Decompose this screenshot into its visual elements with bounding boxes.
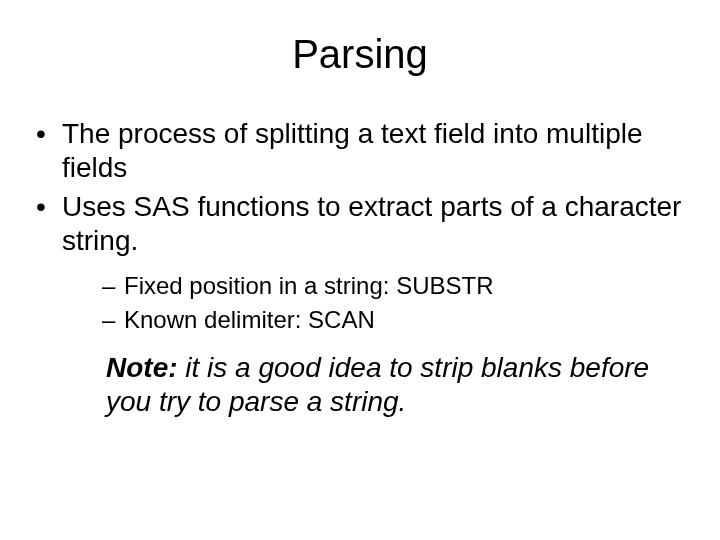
sub-bullet-list: Fixed position in a string: SUBSTR Known… [62,271,684,335]
bullet-list: The process of splitting a text field in… [36,117,684,419]
note-label: Note: [106,352,178,383]
sub-bullet-item: Known delimiter: SCAN [102,305,684,335]
bullet-text: Uses SAS functions to extract parts of a… [62,191,681,256]
note-text: it is a good idea to strip blanks before… [106,352,649,417]
bullet-item: The process of splitting a text field in… [36,117,684,184]
bullet-item: Uses SAS functions to extract parts of a… [36,190,684,418]
slide: Parsing The process of splitting a text … [0,0,720,540]
note-paragraph: Note: it is a good idea to strip blanks … [62,351,684,418]
sub-bullet-item: Fixed position in a string: SUBSTR [102,271,684,301]
slide-title: Parsing [36,32,684,77]
